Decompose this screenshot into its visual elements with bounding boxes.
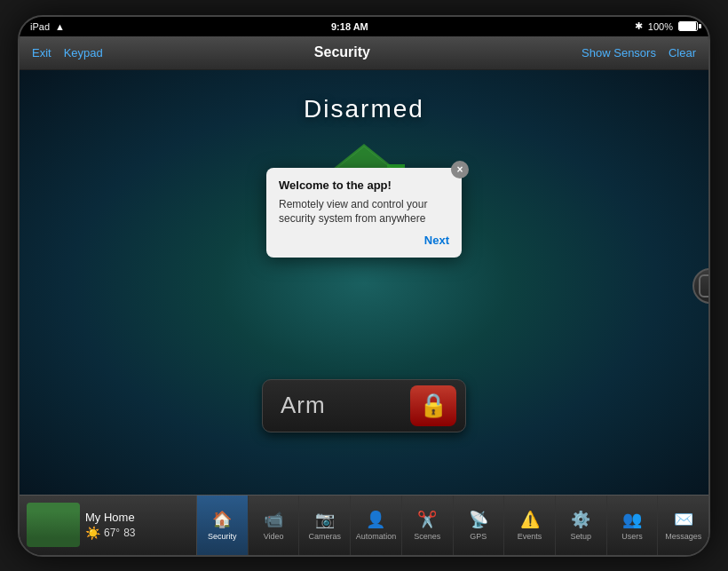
setup-icon: ⚙️ [571, 510, 590, 529]
exit-button[interactable]: Exit [32, 46, 51, 59]
security-status: Disarmed [304, 95, 424, 123]
show-sensors-button[interactable]: Show Sensors [582, 46, 656, 59]
tab-gps[interactable]: 📡 GPS [454, 496, 505, 555]
gps-icon: 📡 [469, 510, 488, 529]
tablet-frame: iPad ▲ 9:18 AM ✱ 100% Exit Keypad Securi… [18, 15, 710, 557]
main-content: Disarmed × Welcome to the app! [20, 70, 708, 495]
keypad-button[interactable]: Keypad [64, 46, 103, 59]
battery-icon [678, 21, 698, 31]
arm-lock-icon: 🔒 [410, 385, 456, 426]
users-label: Users [621, 532, 643, 541]
security-icon: 🏠 [212, 510, 232, 529]
tab-events[interactable]: ⚠️ Events [504, 496, 556, 555]
tab-automation[interactable]: 👤 Automation [351, 496, 402, 555]
home-button-inner [699, 274, 710, 297]
nav-bar: Exit Keypad Security Show Sensors Clear [20, 36, 708, 70]
automation-icon: 👤 [366, 510, 385, 529]
status-time: 9:18 AM [331, 21, 368, 32]
ipad-label: iPad [30, 21, 50, 32]
weather-row: ☀️ 67° 83 [85, 526, 136, 540]
welcome-popup: × Welcome to the app! Remotely view and … [266, 168, 462, 258]
nav-left-buttons: Exit Keypad [32, 46, 103, 59]
nav-title: Security [314, 44, 370, 60]
bluetooth-icon: ✱ [635, 20, 643, 32]
gps-label: GPS [470, 532, 487, 541]
home-name: My Home [85, 511, 136, 524]
arm-button[interactable]: Arm 🔒 [262, 379, 466, 432]
messages-icon: ✉️ [674, 510, 693, 529]
tab-cameras[interactable]: 📷 Cameras [299, 496, 351, 555]
setup-label: Setup [571, 532, 592, 541]
tab-bar-tabs: 🏠 Security 📹 Video 📷 Cameras 👤 Automatio… [197, 496, 708, 555]
popup-next-button[interactable]: Next [279, 234, 449, 247]
weather-sun-icon: ☀️ [85, 526, 100, 540]
popup-body: Remotely view and control your security … [279, 197, 449, 227]
home-info: My Home ☀️ 67° 83 [85, 511, 136, 540]
arm-button-container: Arm 🔒 [262, 379, 466, 432]
battery-percent: 100% [648, 21, 673, 32]
cameras-label: Cameras [309, 532, 342, 541]
video-label: Video [264, 532, 284, 541]
tab-scenes[interactable]: ✂️ Scenes [402, 496, 454, 555]
security-label: Security [208, 532, 237, 541]
weather-humidity: 83 [123, 527, 135, 539]
status-right: ✱ 100% [635, 20, 698, 32]
tab-bar: My Home ☀️ 67° 83 🏠 Security 📹 Video 📷 C… [20, 495, 708, 555]
events-icon: ⚠️ [520, 510, 540, 529]
tab-video[interactable]: 📹 Video [249, 496, 300, 555]
status-bar: iPad ▲ 9:18 AM ✱ 100% [20, 17, 708, 36]
arm-label: Arm [272, 392, 326, 419]
tab-setup[interactable]: ⚙️ Setup [556, 496, 607, 555]
tab-users[interactable]: 👥 Users [607, 496, 659, 555]
lock-emoji: 🔒 [419, 392, 447, 419]
cameras-icon: 📷 [315, 510, 335, 529]
wifi-icon: ▲ [55, 21, 65, 32]
video-icon: 📹 [264, 510, 283, 529]
scenes-label: Scenes [414, 532, 440, 541]
tab-security[interactable]: 🏠 Security [197, 496, 249, 555]
users-icon: 👥 [622, 510, 642, 529]
status-left: iPad ▲ [30, 21, 65, 32]
scenes-icon: ✂️ [417, 510, 437, 529]
clear-button[interactable]: Clear [669, 46, 696, 59]
tab-bar-home-info: My Home ☀️ 67° 83 [20, 496, 197, 555]
popup-title: Welcome to the app! [279, 178, 449, 192]
home-thumbnail [27, 503, 80, 547]
events-label: Events [518, 532, 542, 541]
home-thumbnail-image [27, 503, 80, 547]
automation-label: Automation [356, 532, 397, 541]
nav-right-buttons: Show Sensors Clear [582, 46, 696, 59]
weather-temp: 67° [104, 527, 120, 539]
popup-close-button[interactable]: × [451, 161, 469, 178]
messages-label: Messages [665, 532, 701, 541]
tab-messages[interactable]: ✉️ Messages [658, 496, 708, 555]
